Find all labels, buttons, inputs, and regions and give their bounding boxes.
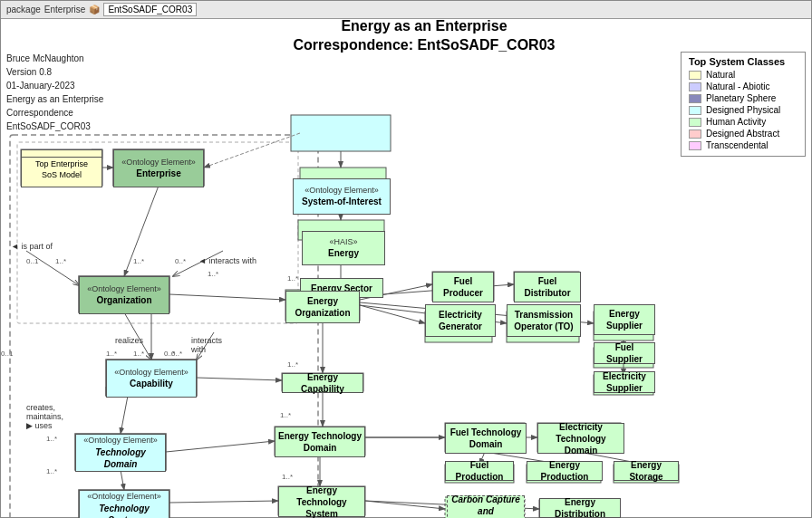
- fuel-supplier-name: FuelSupplier: [606, 341, 643, 365]
- svg-line-66: [26, 251, 79, 285]
- legend-color-human-activity: [689, 118, 701, 127]
- electricity-gen-name: ElectricityGenerator: [439, 309, 482, 332]
- enterprise-name: Enterprise: [136, 168, 180, 179]
- energy-cap-name: Energy Capability: [285, 371, 361, 395]
- legend-designed-physical: Designed Physical: [689, 105, 798, 115]
- energy-production-box: Energy Production: [527, 461, 603, 481]
- energy-cap-box: Energy Capability: [282, 373, 363, 393]
- svg-text:1..*: 1..*: [280, 411, 291, 419]
- tech-domain-box: «Ontology Element» TechnologyDomain: [75, 434, 166, 472]
- fuel-distributor-box: FuelDistributor: [514, 272, 581, 302]
- svg-line-69: [197, 332, 214, 360]
- techd-name: TechnologyDomain: [95, 446, 146, 470]
- svg-text:1..*: 1..*: [282, 473, 293, 481]
- energy-tech-system-name: Energy TechnologySystem: [281, 484, 362, 519]
- fuel-distributor-name: FuelDistributor: [524, 275, 570, 299]
- energy-tech-domain-name: Energy TechnologyDomain: [278, 430, 362, 454]
- org-name: Organization: [96, 294, 151, 306]
- svg-line-44: [121, 396, 128, 434]
- transmission-op-name: TransmissionOperator (TO): [514, 309, 573, 332]
- svg-line-46: [169, 294, 285, 300]
- info-line3: 01-January-2023: [6, 79, 103, 92]
- svg-text:1..*: 1..*: [46, 467, 57, 475]
- legend-label-natural-abiotic: Natural - Abiotic: [706, 82, 770, 91]
- techs-stereotype: «Ontology Element»: [87, 492, 161, 503]
- energy-org-name: EnergyOrganization: [295, 295, 350, 319]
- legend-label-designed-abstract: Designed Abstract: [706, 129, 779, 139]
- package-icon: 📦: [89, 5, 100, 14]
- svg-line-50: [204, 133, 300, 168]
- svg-text:1..*: 1..*: [133, 257, 144, 265]
- electricity-generator-box: ElectricityGenerator: [425, 304, 496, 337]
- fuel-tech-domain-name: Fuel TechnologyDomain: [450, 427, 522, 450]
- legend-color-natural: [689, 71, 701, 80]
- energy-tech-system-box: Energy TechnologySystem: [278, 486, 365, 517]
- svg-text:1..*: 1..*: [208, 270, 218, 278]
- svg-text:0..1: 0..1: [26, 257, 39, 265]
- carbon-capture-name: Carbon Captureand Storage_CCS: [450, 494, 522, 519]
- energy-name: Energy: [328, 247, 359, 259]
- tech-system-box: «Ontology Element» Technology System: [79, 490, 169, 518]
- svg-text:1..*: 1..*: [55, 257, 66, 265]
- fuel-production-box: Fuel Production: [445, 461, 514, 481]
- energy-hais-box: «HAIS» Energy: [302, 231, 385, 265]
- svg-text:0..*: 0..*: [171, 350, 182, 358]
- svg-text:◄ interacts with: ◄ interacts with: [198, 256, 256, 265]
- package-name: Enterprise: [44, 5, 86, 14]
- svg-rect-2: [291, 115, 391, 151]
- svg-text:creates,: creates,: [26, 403, 55, 412]
- elec-tech-domain-name: Electricity TechnologyDomain: [540, 421, 622, 456]
- cap-stereotype: «Ontology Element»: [114, 368, 188, 379]
- info-line1: Bruce McNaughton: [6, 52, 103, 65]
- energy-supplier-box: EnergySupplier: [594, 304, 655, 335]
- legend-transcendental: Transcendental: [689, 140, 798, 150]
- fuel-supplier-box: FuelSupplier: [594, 342, 655, 364]
- energy-stereotype: «HAIS»: [329, 237, 357, 248]
- svg-text:1..*: 1..*: [106, 350, 117, 358]
- electricity-supplier-name: ElectricitySupplier: [603, 370, 646, 394]
- top-enterprise-box: Top EnterpriseSoS Model: [21, 149, 102, 187]
- legend-title: Top System Classes: [689, 56, 798, 67]
- transmission-operator-box: TransmissionOperator (TO): [507, 304, 581, 337]
- svg-text:0..*: 0..*: [175, 257, 186, 265]
- title-area: Energy as an Enterprise Correspondence: …: [182, 14, 666, 57]
- org-stereotype: «Ontology Element»: [87, 284, 161, 295]
- svg-line-53: [360, 305, 425, 323]
- title-line1: Energy as an Enterprise: [182, 17, 666, 36]
- techd-stereotype: «Ontology Element»: [83, 436, 158, 446]
- svg-line-48: [166, 441, 275, 452]
- energy-distribution-name: Energy Distribution: [542, 496, 618, 518]
- legend-label-designed-physical: Designed Physical: [706, 105, 780, 115]
- techs-name: Technology System: [82, 503, 167, 518]
- legend-color-transcendental: [689, 141, 701, 150]
- svg-line-47: [197, 378, 282, 380]
- info-line2: Version 0.8: [6, 65, 103, 79]
- svg-text:with: with: [190, 345, 206, 354]
- svg-text:maintains,: maintains,: [26, 412, 63, 421]
- energy-tech-domain-box: Energy TechnologyDomain: [275, 427, 365, 457]
- svg-text:◄ is part of: ◄ is part of: [11, 242, 53, 251]
- info-panel: Bruce McNaughton Version 0.8 01-January-…: [6, 52, 103, 133]
- main-container: package Enterprise 📦 EntSoSADF_COR03 Ene…: [0, 0, 812, 518]
- svg-text:0..*: 0..*: [164, 350, 175, 358]
- capability-box: «Ontology Element» Capability: [106, 360, 197, 398]
- svg-line-63: [365, 501, 445, 509]
- energy-storage-name: Energy Storage: [616, 459, 676, 483]
- title-line2: Correspondence: EntSoSADF_COR03: [182, 36, 666, 55]
- svg-text:interacts: interacts: [191, 336, 223, 345]
- svg-text:1..*: 1..*: [287, 360, 298, 369]
- legend-color-designed-physical: [689, 106, 701, 115]
- legend-human-activity: Human Activity: [689, 117, 798, 127]
- energy-supplier-name: EnergySupplier: [606, 308, 643, 331]
- enterprise-box: «Ontology Element» Enterprise: [113, 149, 204, 187]
- energy-production-name: Energy Production: [529, 459, 600, 483]
- legend-planetary: Planetary Sphere: [689, 93, 798, 103]
- enterprise-stereotype: «Ontology Element»: [121, 158, 196, 168]
- top-enterprise-name: Top EnterpriseSoS Model: [35, 159, 88, 180]
- info-line4: Energy as an Enterprise: [6, 92, 103, 106]
- fuel-producer-name: FuelProducer: [443, 275, 483, 299]
- system-of-interest-box: «Ontology Element» System-of-Interest: [293, 178, 391, 215]
- fuel-production-name: Fuel Production: [448, 459, 511, 483]
- energy-storage-box: Energy Storage: [614, 461, 679, 481]
- info-line6: EntSoSADF_COR03: [6, 120, 103, 133]
